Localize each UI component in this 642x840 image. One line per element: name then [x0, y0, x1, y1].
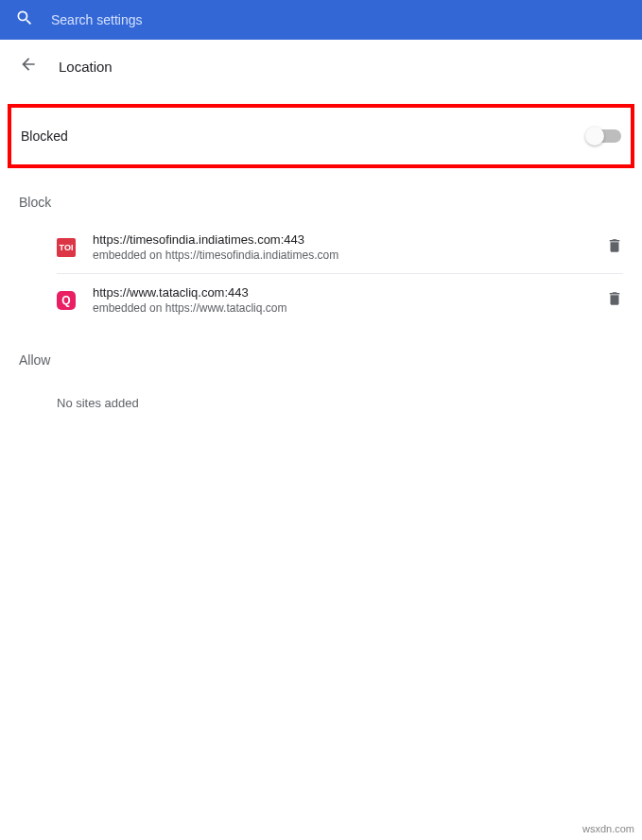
- search-icon[interactable]: [15, 9, 34, 31]
- toggle-label: Blocked: [21, 129, 68, 144]
- site-text: https://timesofindia.indiatimes.com:443 …: [93, 232, 589, 262]
- delete-icon[interactable]: [606, 237, 623, 258]
- site-row: TOI https://timesofindia.indiatimes.com:…: [57, 221, 623, 274]
- blocked-toggle-row: Blocked: [8, 104, 634, 168]
- allow-empty-text: No sites added: [0, 379, 642, 410]
- site-url: https://timesofindia.indiatimes.com:443: [93, 232, 589, 247]
- watermark: wsxdn.com: [582, 823, 634, 834]
- title-row: Location: [0, 40, 642, 87]
- block-section-label: Block: [0, 168, 642, 221]
- delete-icon[interactable]: [606, 290, 623, 311]
- site-row: Q https://www.tatacliq.com:443 embedded …: [57, 274, 623, 326]
- block-site-list: TOI https://timesofindia.indiatimes.com:…: [0, 221, 642, 326]
- blocked-toggle[interactable]: [587, 129, 621, 143]
- site-favicon: Q: [57, 291, 76, 310]
- site-url: https://www.tatacliq.com:443: [93, 285, 589, 300]
- allow-section-label: Allow: [0, 326, 642, 379]
- back-arrow-icon[interactable]: [19, 55, 38, 77]
- header-bar: Search settings: [0, 0, 642, 40]
- page-title: Location: [59, 59, 113, 75]
- search-input[interactable]: Search settings: [51, 12, 143, 27]
- site-embedded: embedded on https://www.tatacliq.com: [93, 301, 589, 315]
- site-favicon: TOI: [57, 238, 76, 257]
- site-embedded: embedded on https://timesofindia.indiati…: [93, 249, 589, 262]
- site-text: https://www.tatacliq.com:443 embedded on…: [93, 285, 589, 315]
